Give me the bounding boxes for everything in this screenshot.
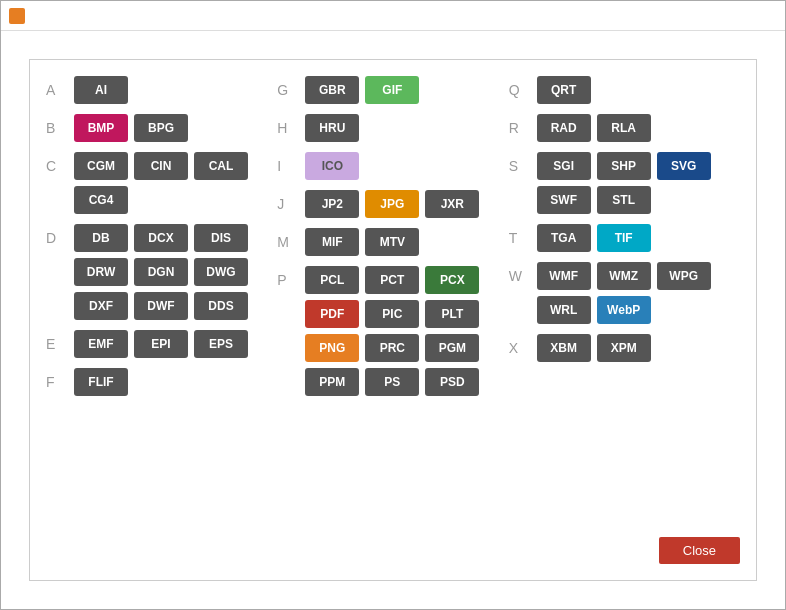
section-a: AAI [46,76,277,104]
format-btn-cal[interactable]: CAL [194,152,248,180]
format-btn-cgm[interactable]: CGM [74,152,128,180]
format-btn-gbr[interactable]: GBR [305,76,359,104]
letter-label-p: P [277,266,305,288]
format-btn-wmf[interactable]: WMF [537,262,591,290]
letter-label-w: W [509,262,537,284]
format-btn-pcx[interactable]: PCX [425,266,479,294]
main-content: AAIBBMPBPGCCGMCINCALCG4DDBDCXDISDRWDGNDW… [1,31,785,609]
close-dialog-button[interactable]: Close [659,537,740,564]
format-btn-webp[interactable]: WebP [597,296,651,324]
format-group-c: CGMCINCALCG4 [74,152,277,214]
format-btn-db[interactable]: DB [74,224,128,252]
format-group-g: GBRGIF [305,76,419,104]
format-group-t: TGATIF [537,224,651,252]
format-btn-bmp[interactable]: BMP [74,114,128,142]
format-group-i: ICO [305,152,359,180]
letter-label-d: D [46,224,74,246]
format-btn-gif[interactable]: GIF [365,76,419,104]
column-1: GGBRGIFHHRUIICOJJP2JPGJXRMMIFMTVPPCLPCTP… [277,76,508,564]
format-btn-ps[interactable]: PS [365,368,419,396]
format-group-q: QRT [537,76,591,104]
format-btn-swf[interactable]: SWF [537,186,591,214]
format-group-s: SGISHPSVGSWFSTL [537,152,740,214]
section-d: DDBDCXDISDRWDGNDWGDXFDWFDDS [46,224,277,320]
section-m: MMIFMTV [277,228,508,256]
format-btn-qrt[interactable]: QRT [537,76,591,104]
format-btn-xpm[interactable]: XPM [597,334,651,362]
format-btn-psd[interactable]: PSD [425,368,479,396]
format-btn-tga[interactable]: TGA [537,224,591,252]
window-close-button[interactable] [747,6,777,26]
format-btn-pct[interactable]: PCT [365,266,419,294]
format-btn-ai[interactable]: AI [74,76,128,104]
format-group-b: BMPBPG [74,114,188,142]
format-btn-rla[interactable]: RLA [597,114,651,142]
letter-label-m: M [277,228,305,250]
letter-label-a: A [46,76,74,98]
section-i: IICO [277,152,508,180]
minimize-button[interactable] [683,6,713,26]
format-btn-wrl[interactable]: WRL [537,296,591,324]
format-btn-shp[interactable]: SHP [597,152,651,180]
format-btn-rad[interactable]: RAD [537,114,591,142]
format-btn-ppm[interactable]: PPM [305,368,359,396]
format-btn-dxf[interactable]: DXF [74,292,128,320]
main-window: AAIBBMPBPGCCGMCINCALCG4DDBDCXDISDRWDGNDW… [0,0,786,610]
format-btn-dis[interactable]: DIS [194,224,248,252]
section-j: JJP2JPGJXR [277,190,508,218]
format-group-r: RADRLA [537,114,651,142]
format-btn-stl[interactable]: STL [597,186,651,214]
format-btn-cg4[interactable]: CG4 [74,186,128,214]
format-btn-pic[interactable]: PIC [365,300,419,328]
format-btn-cin[interactable]: CIN [134,152,188,180]
section-x: XXBMXPM [509,334,740,362]
format-btn-jp2[interactable]: JP2 [305,190,359,218]
format-btn-hru[interactable]: HRU [305,114,359,142]
section-s: SSGISHPSVGSWFSTL [509,152,740,214]
format-btn-svg[interactable]: SVG [657,152,711,180]
format-group-a: AI [74,76,128,104]
format-btn-dwf[interactable]: DWF [134,292,188,320]
format-btn-png[interactable]: PNG [305,334,359,362]
format-btn-mif[interactable]: MIF [305,228,359,256]
format-btn-pgm[interactable]: PGM [425,334,479,362]
format-btn-tif[interactable]: TIF [597,224,651,252]
section-q: QQRT [509,76,740,104]
format-btn-jpg[interactable]: JPG [365,190,419,218]
format-btn-prc[interactable]: PRC [365,334,419,362]
section-h: HHRU [277,114,508,142]
format-btn-dcx[interactable]: DCX [134,224,188,252]
maximize-button[interactable] [715,6,745,26]
format-btn-wpg[interactable]: WPG [657,262,711,290]
format-group-j: JP2JPGJXR [305,190,479,218]
format-btn-flif[interactable]: FLIF [74,368,128,396]
format-btn-sgi[interactable]: SGI [537,152,591,180]
format-btn-jxr[interactable]: JXR [425,190,479,218]
section-r: RRADRLA [509,114,740,142]
letter-label-x: X [509,334,537,356]
format-btn-wmz[interactable]: WMZ [597,262,651,290]
format-btn-dgn[interactable]: DGN [134,258,188,286]
format-btn-eps[interactable]: EPS [194,330,248,358]
section-w: WWMFWMZWPGWRLWebP [509,262,740,324]
section-g: GGBRGIF [277,76,508,104]
format-group-p: PCLPCTPCXPDFPICPLTPNGPRCPGMPPMPSPSD [305,266,508,396]
format-btn-bpg[interactable]: BPG [134,114,188,142]
format-btn-pcl[interactable]: PCL [305,266,359,294]
section-b: BBMPBPG [46,114,277,142]
format-btn-dwg[interactable]: DWG [194,258,248,286]
format-btn-emf[interactable]: EMF [74,330,128,358]
format-btn-mtv[interactable]: MTV [365,228,419,256]
letter-label-r: R [509,114,537,136]
format-btn-plt[interactable]: PLT [425,300,479,328]
format-btn-epi[interactable]: EPI [134,330,188,358]
section-e: EEMFEPIEPS [46,330,277,358]
letter-label-q: Q [509,76,537,98]
format-btn-dds[interactable]: DDS [194,292,248,320]
format-btn-ico[interactable]: ICO [305,152,359,180]
letter-label-i: I [277,152,305,174]
format-btn-drw[interactable]: DRW [74,258,128,286]
column-2: QQRTRRADRLASSGISHPSVGSWFSTLTTGATIFWWMFWM… [509,76,740,564]
format-btn-pdf[interactable]: PDF [305,300,359,328]
format-btn-xbm[interactable]: XBM [537,334,591,362]
